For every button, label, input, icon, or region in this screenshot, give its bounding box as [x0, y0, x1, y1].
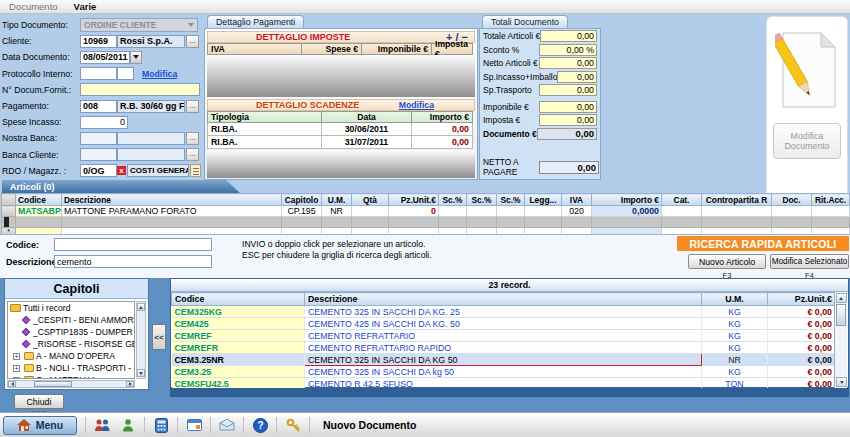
- menu-button[interactable]: Menu: [3, 416, 77, 435]
- scroll-up-arrow[interactable]: [836, 293, 847, 303]
- help-icon[interactable]: ?: [251, 416, 269, 434]
- protocollo-input-2[interactable]: [117, 67, 134, 80]
- col-legg[interactable]: Legg...: [525, 194, 562, 206]
- notes-icon[interactable]: [190, 164, 201, 177]
- imposte-empty-grid[interactable]: [207, 55, 475, 97]
- banca-cliente-browse-button[interactable]: ...: [186, 148, 199, 161]
- col-descrizione[interactable]: Descrizione: [62, 194, 282, 206]
- scroll-thumb[interactable]: [34, 381, 72, 387]
- menu-varie[interactable]: Varie: [74, 1, 97, 12]
- res-col-pz[interactable]: Pz.Unit.€: [768, 293, 836, 306]
- nostra-banca-code[interactable]: [80, 132, 117, 145]
- calculator-icon[interactable]: [152, 416, 170, 434]
- tipo-documento-select[interactable]: ORDINE CLIENTE: [80, 18, 198, 32]
- totale-articoli-value[interactable]: 0,00: [540, 30, 597, 42]
- tree-item[interactable]: _CESPITI - BENI AMMORTIZZABILI: [8, 314, 134, 326]
- col-sc1[interactable]: Sc.%: [439, 194, 467, 206]
- col-doc[interactable]: Doc.: [772, 194, 812, 206]
- nuovo-articolo-button[interactable]: Nuovo Articolo: [688, 254, 766, 269]
- scadenze-row[interactable]: RI.BA. 30/06/2011 0,00: [207, 123, 473, 136]
- pagamento-browse-button[interactable]: ...: [186, 100, 199, 113]
- results-vertical-scrollbar[interactable]: [834, 292, 847, 388]
- contacts-icon[interactable]: [93, 416, 111, 434]
- protocollo-modifica-link[interactable]: Modifica: [142, 69, 177, 79]
- imposta-value[interactable]: 0,00: [539, 114, 597, 126]
- ndocum-input[interactable]: [80, 83, 200, 96]
- capitoli-tree[interactable]: Tutti i record _CESPITI - BENI AMMORTIZZ…: [7, 301, 135, 379]
- chiudi-button[interactable]: Chiudi: [14, 394, 64, 409]
- spese-incasso-input[interactable]: [80, 116, 128, 129]
- imponibile-value[interactable]: 0,00: [539, 101, 597, 113]
- tab-totali-documento[interactable]: Totali Documento: [482, 15, 568, 28]
- col-um[interactable]: U.M.: [322, 194, 352, 206]
- col-cat[interactable]: Cat.: [662, 194, 702, 206]
- codice-search-input[interactable]: [54, 238, 212, 251]
- scroll-left-arrow[interactable]: [8, 381, 16, 387]
- col-rit-acc[interactable]: Rit.Acc.: [812, 194, 850, 206]
- menu-documento[interactable]: Documento: [9, 1, 58, 12]
- expand-plus-icon[interactable]: +: [13, 377, 20, 380]
- tree-item[interactable]: _CSPTIP1835 - DUMPER DA CAVA: [8, 326, 134, 338]
- tree-vertical-scrollbar[interactable]: [136, 301, 146, 379]
- collapse-tree-button[interactable]: <<: [152, 324, 166, 350]
- tree-item[interactable]: _RISORSE - RISORSE GENERICHE: [8, 338, 134, 350]
- res-col-um[interactable]: U.M.: [702, 293, 768, 306]
- protocollo-input-1[interactable]: [80, 67, 117, 80]
- banca-cliente-code[interactable]: [80, 148, 117, 161]
- netto-articoli-value[interactable]: 0,00: [539, 57, 597, 69]
- modifica-selezionato-button[interactable]: Modifica Selezionato: [770, 254, 849, 269]
- modifica-documento-button[interactable]: Modifica Documento: [773, 123, 841, 159]
- data-documento-dropdown-button[interactable]: [130, 51, 142, 64]
- scadenze-row[interactable]: RI.BA. 31/07/2011 0,00: [207, 136, 473, 149]
- tree-horizontal-scrollbar[interactable]: [7, 380, 135, 388]
- expand-plus-icon[interactable]: +: [13, 365, 20, 372]
- scroll-thumb[interactable]: [836, 304, 846, 326]
- sp-trasporto-value[interactable]: 0,00: [539, 84, 597, 96]
- col-importo[interactable]: Importo €: [592, 194, 662, 206]
- risultati-row[interactable]: CEM425 CEMENTO 425 IN SACCHI DA KG. 50 K…: [172, 318, 836, 330]
- rdo-code[interactable]: 0/OG: [80, 164, 117, 177]
- nostra-banca-browse-button[interactable]: ...: [186, 132, 199, 145]
- tree-item[interactable]: +C - MATERIALI: [8, 374, 134, 379]
- risultati-row[interactable]: CEMREF CEMENTO REFRATTARIO KG € 0,00: [172, 330, 836, 342]
- cliente-browse-button[interactable]: ...: [186, 35, 199, 48]
- risultati-row-selected[interactable]: CEM3.25NR CEMENTO 325 IN SACCHI DA KG 50…: [172, 354, 836, 366]
- col-capitolo[interactable]: Capitolo: [282, 194, 322, 206]
- data-documento-value[interactable]: 08/05/2011: [80, 51, 130, 64]
- col-codice[interactable]: Codice: [16, 194, 62, 206]
- scroll-right-arrow[interactable]: [126, 381, 134, 387]
- res-col-codice[interactable]: Codice: [172, 293, 305, 306]
- tree-item[interactable]: +B - NOLI - TRASPORTI - PONTEGGI: [8, 362, 134, 374]
- col-pz-unit[interactable]: Pz.Unit.€: [389, 194, 439, 206]
- scadenze-empty-grid[interactable]: [207, 150, 475, 178]
- risultati-row[interactable]: CEM3.25 CEMENTO 325 IN SACCHI DA kg 50 K…: [172, 366, 836, 378]
- clear-x-icon[interactable]: x: [117, 166, 126, 175]
- cliente-code[interactable]: 10969: [80, 35, 117, 48]
- user-icon[interactable]: [119, 416, 137, 434]
- sconto-value[interactable]: 0,00 %: [539, 44, 597, 56]
- risultati-row[interactable]: CEMREFR CEMENTO REFRATTARIO RAPIDO KG € …: [172, 342, 836, 354]
- col-sc2[interactable]: Sc.%: [467, 194, 497, 206]
- expand-plus-icon[interactable]: +: [13, 353, 20, 360]
- tab-articoli[interactable]: Articoli (0): [2, 180, 240, 193]
- tab-dettaglio-pagamenti[interactable]: Dettaglio Pagamenti: [207, 15, 304, 28]
- res-col-descrizione[interactable]: Descrizione: [305, 293, 702, 306]
- window-icon[interactable]: [185, 416, 203, 434]
- col-contropartita[interactable]: Contropartita R: [702, 194, 772, 206]
- scroll-down-arrow[interactable]: [836, 377, 847, 387]
- col-qta[interactable]: Qtà: [352, 194, 389, 206]
- key-icon[interactable]: [284, 416, 302, 434]
- scroll-up-arrow[interactable]: [137, 303, 145, 311]
- scroll-down-arrow[interactable]: [137, 369, 145, 377]
- sp-incasso-value[interactable]: 0,00: [557, 71, 597, 83]
- descrizione-search-input[interactable]: [54, 255, 212, 268]
- mail-icon[interactable]: [218, 416, 236, 434]
- articoli-current-row[interactable]: [2, 217, 850, 228]
- risultati-row[interactable]: CEM325KG CEMENTO 325 IN SACCHI DA KG. 25…: [172, 306, 836, 318]
- scadenze-modifica-link[interactable]: Modifica: [399, 100, 434, 110]
- articoli-row[interactable]: MATSABPA MATTONE PARAMANO FORATO CP.195 …: [2, 206, 850, 217]
- tree-root[interactable]: Tutti i record: [8, 302, 134, 314]
- col-sc3[interactable]: Sc.%: [497, 194, 525, 206]
- col-iva[interactable]: IVA: [562, 194, 592, 206]
- tree-item[interactable]: +A - MANO D'OPERA: [8, 350, 134, 362]
